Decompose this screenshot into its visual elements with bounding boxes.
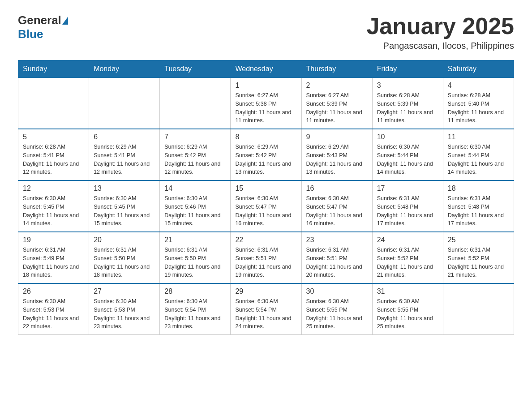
day-info: Sunrise: 6:27 AMSunset: 5:39 PMDaylight:… (306, 91, 368, 125)
day-number: 6 (94, 133, 155, 141)
day-info: Sunrise: 6:30 AMSunset: 5:45 PMDaylight:… (94, 194, 155, 228)
calendar-cell: 6Sunrise: 6:29 AMSunset: 5:41 PMDaylight… (89, 129, 160, 180)
calendar-day-header: Tuesday (160, 60, 231, 78)
calendar-cell: 9Sunrise: 6:29 AMSunset: 5:43 PMDaylight… (301, 129, 372, 180)
day-number: 7 (164, 133, 226, 141)
calendar-cell (89, 78, 160, 129)
day-info: Sunrise: 6:30 AMSunset: 5:54 PMDaylight:… (164, 297, 226, 331)
calendar-cell: 16Sunrise: 6:30 AMSunset: 5:47 PMDayligh… (301, 180, 372, 232)
day-number: 10 (377, 133, 438, 141)
day-info: Sunrise: 6:30 AMSunset: 5:55 PMDaylight:… (306, 297, 368, 331)
calendar-cell: 5Sunrise: 6:28 AMSunset: 5:41 PMDaylight… (18, 129, 89, 180)
day-info: Sunrise: 6:31 AMSunset: 5:50 PMDaylight:… (164, 246, 226, 279)
calendar-cell: 4Sunrise: 6:28 AMSunset: 5:40 PMDaylight… (443, 78, 514, 129)
calendar-cell: 24Sunrise: 6:31 AMSunset: 5:52 PMDayligh… (372, 232, 443, 283)
day-number: 24 (377, 236, 438, 244)
day-info: Sunrise: 6:31 AMSunset: 5:51 PMDaylight:… (235, 246, 296, 279)
calendar-week-row: 26Sunrise: 6:30 AMSunset: 5:53 PMDayligh… (18, 283, 514, 335)
day-number: 22 (235, 236, 296, 244)
calendar-week-row: 19Sunrise: 6:31 AMSunset: 5:49 PMDayligh… (18, 232, 514, 283)
day-info: Sunrise: 6:30 AMSunset: 5:53 PMDaylight:… (94, 297, 155, 331)
calendar-cell: 3Sunrise: 6:28 AMSunset: 5:39 PMDaylight… (372, 78, 443, 129)
day-info: Sunrise: 6:31 AMSunset: 5:48 PMDaylight:… (377, 194, 438, 228)
calendar-day-header: Monday (89, 60, 160, 78)
calendar-cell (160, 78, 231, 129)
calendar-cell: 22Sunrise: 6:31 AMSunset: 5:51 PMDayligh… (231, 232, 301, 283)
day-info: Sunrise: 6:30 AMSunset: 5:47 PMDaylight:… (306, 194, 368, 228)
day-info: Sunrise: 6:27 AMSunset: 5:38 PMDaylight:… (235, 91, 296, 125)
day-number: 20 (94, 236, 155, 244)
calendar-cell: 7Sunrise: 6:29 AMSunset: 5:42 PMDaylight… (160, 129, 231, 180)
day-info: Sunrise: 6:30 AMSunset: 5:53 PMDaylight:… (23, 297, 84, 331)
calendar-cell: 20Sunrise: 6:31 AMSunset: 5:50 PMDayligh… (89, 232, 160, 283)
day-info: Sunrise: 6:30 AMSunset: 5:44 PMDaylight:… (377, 143, 438, 176)
calendar-cell: 15Sunrise: 6:30 AMSunset: 5:47 PMDayligh… (231, 180, 301, 232)
calendar-header-row: SundayMondayTuesdayWednesdayThursdayFrid… (18, 60, 514, 78)
day-info: Sunrise: 6:31 AMSunset: 5:51 PMDaylight:… (306, 246, 368, 279)
day-info: Sunrise: 6:28 AMSunset: 5:40 PMDaylight:… (448, 91, 509, 125)
day-number: 4 (448, 81, 509, 90)
day-number: 13 (94, 184, 155, 193)
day-info: Sunrise: 6:29 AMSunset: 5:42 PMDaylight:… (164, 143, 226, 176)
logo-general-text: General (18, 13, 61, 27)
day-number: 14 (164, 184, 226, 193)
day-number: 27 (94, 287, 155, 295)
calendar-cell: 14Sunrise: 6:30 AMSunset: 5:46 PMDayligh… (160, 180, 231, 232)
day-info: Sunrise: 6:31 AMSunset: 5:52 PMDaylight:… (448, 246, 509, 279)
calendar-cell: 8Sunrise: 6:29 AMSunset: 5:42 PMDaylight… (231, 129, 301, 180)
calendar-cell: 28Sunrise: 6:30 AMSunset: 5:54 PMDayligh… (160, 283, 231, 335)
day-info: Sunrise: 6:28 AMSunset: 5:39 PMDaylight:… (377, 91, 438, 125)
calendar-cell (443, 283, 514, 335)
calendar-table: SundayMondayTuesdayWednesdayThursdayFrid… (18, 60, 514, 335)
day-number: 25 (448, 236, 509, 244)
title-section: January 2025 Pangascasan, Ilocos, Philip… (366, 13, 514, 51)
day-info: Sunrise: 6:30 AMSunset: 5:55 PMDaylight:… (377, 297, 438, 331)
logo-wordmark: General Blue (18, 13, 68, 41)
month-title: January 2025 (366, 13, 514, 39)
calendar-cell: 21Sunrise: 6:31 AMSunset: 5:50 PMDayligh… (160, 232, 231, 283)
calendar-cell: 13Sunrise: 6:30 AMSunset: 5:45 PMDayligh… (89, 180, 160, 232)
page-header: General Blue January 2025 Pangascasan, I… (18, 13, 514, 51)
day-info: Sunrise: 6:31 AMSunset: 5:48 PMDaylight:… (448, 194, 509, 228)
day-info: Sunrise: 6:30 AMSunset: 5:46 PMDaylight:… (164, 194, 226, 228)
day-info: Sunrise: 6:30 AMSunset: 5:44 PMDaylight:… (448, 143, 509, 176)
day-info: Sunrise: 6:30 AMSunset: 5:45 PMDaylight:… (23, 194, 84, 228)
calendar-cell: 12Sunrise: 6:30 AMSunset: 5:45 PMDayligh… (18, 180, 89, 232)
calendar-cell: 23Sunrise: 6:31 AMSunset: 5:51 PMDayligh… (301, 232, 372, 283)
day-number: 30 (306, 287, 368, 295)
day-number: 16 (306, 184, 368, 193)
day-number: 12 (23, 184, 84, 193)
calendar-cell: 18Sunrise: 6:31 AMSunset: 5:48 PMDayligh… (443, 180, 514, 232)
day-info: Sunrise: 6:30 AMSunset: 5:47 PMDaylight:… (235, 194, 296, 228)
day-number: 21 (164, 236, 226, 244)
day-number: 26 (23, 287, 84, 295)
day-number: 28 (164, 287, 226, 295)
calendar-cell: 17Sunrise: 6:31 AMSunset: 5:48 PMDayligh… (372, 180, 443, 232)
day-info: Sunrise: 6:31 AMSunset: 5:49 PMDaylight:… (23, 246, 84, 279)
day-info: Sunrise: 6:30 AMSunset: 5:54 PMDaylight:… (235, 297, 296, 331)
day-number: 17 (377, 184, 438, 193)
day-info: Sunrise: 6:29 AMSunset: 5:41 PMDaylight:… (94, 143, 155, 176)
calendar-week-row: 5Sunrise: 6:28 AMSunset: 5:41 PMDaylight… (18, 129, 514, 180)
calendar-day-header: Saturday (443, 60, 514, 78)
calendar-cell: 2Sunrise: 6:27 AMSunset: 5:39 PMDaylight… (301, 78, 372, 129)
day-number: 5 (23, 133, 84, 141)
location-title: Pangascasan, Ilocos, Philippines (366, 41, 514, 51)
day-number: 19 (23, 236, 84, 244)
calendar-week-row: 1Sunrise: 6:27 AMSunset: 5:38 PMDaylight… (18, 78, 514, 129)
calendar-cell: 11Sunrise: 6:30 AMSunset: 5:44 PMDayligh… (443, 129, 514, 180)
day-number: 31 (377, 287, 438, 295)
day-info: Sunrise: 6:31 AMSunset: 5:52 PMDaylight:… (377, 246, 438, 279)
calendar-cell: 26Sunrise: 6:30 AMSunset: 5:53 PMDayligh… (18, 283, 89, 335)
calendar-day-header: Wednesday (231, 60, 301, 78)
day-number: 3 (377, 81, 438, 90)
day-number: 9 (306, 133, 368, 141)
calendar-cell: 19Sunrise: 6:31 AMSunset: 5:49 PMDayligh… (18, 232, 89, 283)
calendar-week-row: 12Sunrise: 6:30 AMSunset: 5:45 PMDayligh… (18, 180, 514, 232)
calendar-day-header: Thursday (301, 60, 372, 78)
calendar-day-header: Sunday (18, 60, 89, 78)
calendar-cell (18, 78, 89, 129)
calendar-cell: 27Sunrise: 6:30 AMSunset: 5:53 PMDayligh… (89, 283, 160, 335)
calendar-cell: 25Sunrise: 6:31 AMSunset: 5:52 PMDayligh… (443, 232, 514, 283)
day-info: Sunrise: 6:29 AMSunset: 5:42 PMDaylight:… (235, 143, 296, 176)
